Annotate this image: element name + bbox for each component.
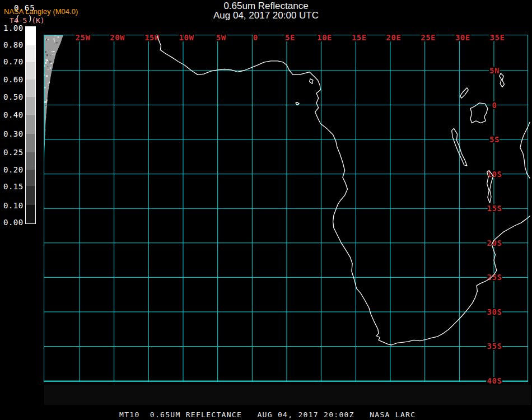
lat-label-5S: 5S bbox=[489, 135, 500, 144]
coastline-lake-victoria bbox=[470, 103, 488, 123]
lat-label-40S: 40S bbox=[487, 376, 502, 385]
page-root: { "title": { "line1": "0.65um Reflectanc… bbox=[0, 0, 532, 420]
coastline-east-africa-coast bbox=[520, 122, 530, 178]
footer-caption: MT10 0.65UM REFLECTANCE AUG 04, 2017 20:… bbox=[119, 410, 416, 419]
coastline-sao-tome-island bbox=[296, 102, 299, 105]
coastline-africa-mainland bbox=[157, 35, 530, 345]
lon-label-15W: 15W bbox=[144, 33, 160, 42]
lon-label-20E: 20E bbox=[386, 33, 402, 42]
lon-label-35E: 35E bbox=[490, 33, 505, 42]
lon-label-10W: 10W bbox=[179, 33, 194, 42]
lat-label-5N: 5N bbox=[489, 66, 500, 75]
coastline-bioko-island bbox=[310, 79, 313, 84]
map-canvas: 25W20W15W10W5W05E10E15E20E25E30E35E5N05S… bbox=[0, 0, 532, 420]
lon-label-5W: 5W bbox=[216, 33, 226, 42]
lat-label-0: 0 bbox=[492, 101, 497, 110]
lon-label-30E: 30E bbox=[455, 33, 470, 42]
lon-label-25W: 25W bbox=[76, 33, 91, 42]
lat-label-15S: 15S bbox=[487, 204, 502, 213]
lat-label-30S: 30S bbox=[487, 307, 502, 316]
lon-label-10E: 10E bbox=[317, 33, 332, 42]
lon-label-25E: 25E bbox=[421, 33, 436, 42]
coastline-lake-turkana bbox=[500, 73, 505, 87]
lat-label-35S: 35S bbox=[487, 342, 502, 351]
lon-label-0: 0 bbox=[253, 33, 258, 42]
lon-label-5E: 5E bbox=[285, 33, 295, 42]
coastline-lake-albert bbox=[460, 88, 469, 98]
lon-label-20W: 20W bbox=[110, 33, 125, 42]
lon-label-15E: 15E bbox=[352, 33, 367, 42]
